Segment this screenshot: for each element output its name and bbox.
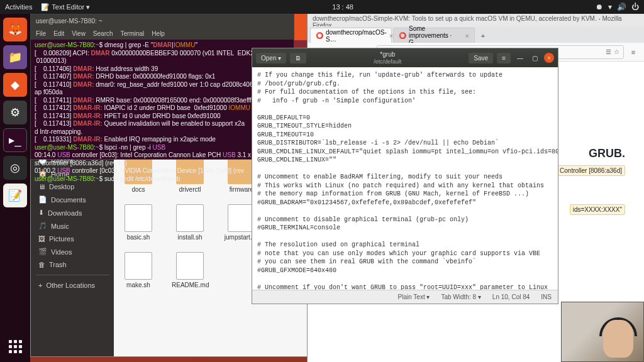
gedit-headerbar[interactable]: Open ▾ 🗎 *grub/etc/default Save ≡ — ▢ × (252, 48, 558, 67)
sidebar-item-documents[interactable]: 📄 Documents (31, 193, 114, 206)
gedit-textview[interactable]: # If you change this file, run 'update-g… (252, 67, 558, 290)
sidebar-item-other[interactable]: + Other Locations (31, 279, 114, 292)
activities-button[interactable]: Activities (5, 3, 32, 11)
new-tab-button[interactable]: + (476, 29, 490, 43)
webcam-overlay (561, 302, 644, 362)
status-cursor: Ln 10, Col 84 (492, 293, 530, 300)
menu-terminal[interactable]: Terminal (121, 30, 145, 38)
menu-view[interactable]: View (72, 30, 86, 38)
face-silhouette (603, 320, 633, 358)
top-panel: Activities 📝 Text Editor ▾ 13 : 48 ⏺ ▾ 🔊… (0, 0, 644, 14)
firefox-tabbar: ⭕ downthecrop/macOS-S… × ⭕ Some improvem… (308, 26, 644, 43)
tab-inactive[interactable]: ⭕ Some improvements · G… × (393, 28, 475, 43)
status-lang[interactable]: Plain Text ▾ (398, 293, 430, 300)
network-indicator[interactable]: ▾ (608, 3, 612, 11)
file-item[interactable]: install.sh (172, 204, 208, 241)
status-tabwidth[interactable]: Tab Width: 8 ▾ (441, 293, 480, 300)
maximize-button[interactable]: ▢ (530, 55, 540, 62)
code-ids: ids=XXXX:XXXX" (570, 204, 625, 215)
obs-indicator[interactable]: ⏺ (596, 3, 603, 11)
text-editor-icon[interactable]: 📝 (3, 184, 27, 207)
show-applications-button[interactable] (3, 334, 27, 358)
sidebar-item-music[interactable]: 🎵 Music (31, 219, 114, 233)
minimize-button[interactable]: — (514, 55, 526, 62)
firefox-titlebar[interactable]: downthecrop/macOS-Simple-KVM: Tools to s… (308, 14, 644, 26)
file-item[interactable]: basic.sh (120, 204, 157, 241)
sidebar-item-downloads[interactable]: ⬇ Downloads (31, 206, 114, 219)
clock[interactable]: 13 : 48 (90, 3, 596, 11)
sidebar-item-pictures[interactable]: 🖼 Pictures (31, 233, 114, 245)
star-icon[interactable]: ☆ (614, 48, 619, 55)
file-item[interactable]: make.sh (120, 252, 157, 288)
settings-icon[interactable]: ⚙ (3, 101, 27, 124)
new-doc-button[interactable]: 🗎 (290, 53, 306, 63)
menu-edit[interactable]: Edit (53, 30, 64, 38)
close-button[interactable]: × (544, 53, 554, 63)
close-icon[interactable]: × (465, 32, 469, 40)
file-item[interactable]: README.md (172, 252, 208, 288)
files-icon[interactable]: 📁 (3, 45, 27, 69)
terminal-menubar: File Edit View Search Terminal Help (31, 28, 294, 40)
sidebar-item-videos[interactable]: 🎬 Videos (31, 245, 114, 258)
menu-button[interactable]: ≡ (626, 45, 640, 59)
save-button[interactable]: Save (469, 53, 493, 63)
desktop: 🕘 Recent 🏠 Home 🖥 Desktop 📄 Documents ⬇ … (30, 14, 644, 362)
menu-file[interactable]: File (36, 30, 46, 38)
firefox-icon[interactable]: 🦊 (3, 18, 27, 41)
menu-help[interactable]: Help (152, 30, 165, 38)
menu-search[interactable]: Search (93, 30, 113, 38)
reader-icon[interactable]: ☰ (606, 48, 611, 55)
obs-icon[interactable]: ◎ (3, 156, 27, 180)
status-ins: INS (541, 293, 552, 300)
volume-indicator[interactable]: 🔊 (617, 3, 626, 11)
tab-active[interactable]: ⭕ downthecrop/macOS-S… × (310, 28, 392, 43)
sidebar-item-trash[interactable]: 🗑 Trash (31, 258, 114, 271)
gedit-window: Open ▾ 🗎 *grub/etc/default Save ≡ — ▢ × … (252, 48, 558, 304)
launcher-dock: 🦊 📁 ◆ ⚙ ▸_ ◎ 📝 (0, 14, 30, 362)
terminal-icon[interactable]: ▸_ (3, 128, 27, 152)
hamburger-button[interactable]: ≡ (497, 53, 511, 63)
sidebar-divider (36, 275, 109, 275)
terminal-titlebar[interactable]: user@user-MS-7B80: ~ (31, 14, 294, 28)
open-button[interactable]: Open ▾ (256, 53, 286, 63)
ubuntu-software-icon[interactable]: ◆ (3, 73, 27, 97)
power-indicator[interactable]: ⏻ (631, 3, 639, 11)
gedit-statusbar: Plain Text ▾ Tab Width: 8 ▾ Ln 10, Col 8… (252, 290, 558, 304)
app-menu[interactable]: 📝 Text Editor ▾ (41, 3, 90, 11)
gedit-title: *grub/etc/default (310, 51, 465, 65)
